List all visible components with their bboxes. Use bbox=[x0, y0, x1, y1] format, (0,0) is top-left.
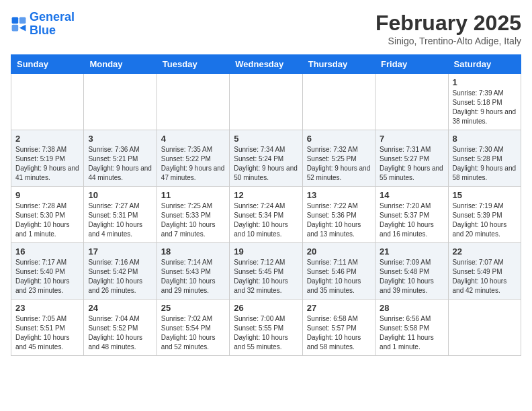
day-info: Sunrise: 7:07 AM Sunset: 5:49 PM Dayligh… bbox=[453, 258, 517, 295]
day-info: Sunrise: 7:02 AM Sunset: 5:54 PM Dayligh… bbox=[161, 314, 225, 352]
table-row bbox=[157, 74, 229, 130]
header-friday: Friday bbox=[375, 55, 448, 74]
day-number: 8 bbox=[453, 134, 517, 144]
day-info: Sunrise: 7:36 AM Sunset: 5:21 PM Dayligh… bbox=[88, 145, 152, 183]
day-number: 21 bbox=[380, 246, 443, 257]
page-header: General Blue February 2025 Sinigo, Trent… bbox=[11, 11, 521, 46]
day-info: Sunrise: 7:34 AM Sunset: 5:24 PM Dayligh… bbox=[234, 145, 298, 183]
svg-rect-1 bbox=[19, 17, 26, 24]
table-row bbox=[230, 74, 302, 130]
day-info: Sunrise: 7:22 AM Sunset: 5:36 PM Dayligh… bbox=[307, 201, 371, 239]
day-info: Sunrise: 7:35 AM Sunset: 5:22 PM Dayligh… bbox=[161, 145, 225, 183]
location-subtitle: Sinigo, Trentino-Alto Adige, Italy bbox=[375, 36, 521, 46]
table-row: 13Sunrise: 7:22 AM Sunset: 5:36 PM Dayli… bbox=[302, 187, 375, 243]
calendar-week-row: 9Sunrise: 7:28 AM Sunset: 5:30 PM Daylig… bbox=[11, 187, 521, 243]
table-row: 3Sunrise: 7:36 AM Sunset: 5:21 PM Daylig… bbox=[84, 130, 157, 187]
day-number: 17 bbox=[88, 246, 152, 257]
calendar-week-row: 23Sunrise: 7:05 AM Sunset: 5:51 PM Dayli… bbox=[11, 300, 521, 356]
day-number: 18 bbox=[161, 246, 225, 257]
header-tuesday: Tuesday bbox=[157, 55, 229, 74]
day-number: 2 bbox=[15, 134, 79, 144]
table-row: 18Sunrise: 7:14 AM Sunset: 5:43 PM Dayli… bbox=[157, 243, 229, 300]
calendar-week-row: 16Sunrise: 7:17 AM Sunset: 5:40 PM Dayli… bbox=[11, 243, 521, 300]
day-number: 20 bbox=[307, 246, 371, 257]
day-number: 14 bbox=[380, 190, 443, 200]
month-title: February 2025 bbox=[375, 11, 521, 36]
table-row: 17Sunrise: 7:16 AM Sunset: 5:42 PM Dayli… bbox=[84, 243, 157, 300]
table-row: 11Sunrise: 7:25 AM Sunset: 5:33 PM Dayli… bbox=[157, 187, 229, 243]
table-row: 19Sunrise: 7:12 AM Sunset: 5:45 PM Dayli… bbox=[230, 243, 302, 300]
day-info: Sunrise: 7:17 AM Sunset: 5:40 PM Dayligh… bbox=[15, 258, 79, 295]
header-thursday: Thursday bbox=[302, 55, 375, 74]
day-info: Sunrise: 7:20 AM Sunset: 5:37 PM Dayligh… bbox=[380, 201, 443, 239]
day-number: 28 bbox=[380, 303, 443, 313]
header-wednesday: Wednesday bbox=[230, 55, 302, 74]
table-row bbox=[11, 74, 84, 130]
day-number: 3 bbox=[88, 134, 152, 144]
day-number: 9 bbox=[15, 190, 79, 200]
table-row: 20Sunrise: 7:11 AM Sunset: 5:46 PM Dayli… bbox=[302, 243, 375, 300]
logo-icon bbox=[11, 16, 27, 32]
table-row bbox=[84, 74, 157, 130]
day-info: Sunrise: 7:38 AM Sunset: 5:19 PM Dayligh… bbox=[15, 145, 79, 183]
day-number: 19 bbox=[234, 246, 298, 257]
day-info: Sunrise: 7:16 AM Sunset: 5:42 PM Dayligh… bbox=[88, 258, 152, 295]
day-info: Sunrise: 7:19 AM Sunset: 5:39 PM Dayligh… bbox=[453, 201, 517, 239]
table-row: 6Sunrise: 7:32 AM Sunset: 5:25 PM Daylig… bbox=[302, 130, 375, 187]
day-info: Sunrise: 7:24 AM Sunset: 5:34 PM Dayligh… bbox=[234, 201, 298, 239]
day-info: Sunrise: 7:14 AM Sunset: 5:43 PM Dayligh… bbox=[161, 258, 225, 295]
table-row: 27Sunrise: 6:58 AM Sunset: 5:57 PM Dayli… bbox=[302, 300, 375, 356]
calendar-week-row: 1Sunrise: 7:39 AM Sunset: 5:18 PM Daylig… bbox=[11, 74, 521, 130]
header-saturday: Saturday bbox=[448, 55, 521, 74]
table-row: 12Sunrise: 7:24 AM Sunset: 5:34 PM Dayli… bbox=[230, 187, 302, 243]
day-info: Sunrise: 7:28 AM Sunset: 5:30 PM Dayligh… bbox=[15, 201, 79, 239]
table-row: 4Sunrise: 7:35 AM Sunset: 5:22 PM Daylig… bbox=[157, 130, 229, 187]
day-number: 12 bbox=[234, 190, 298, 200]
day-number: 23 bbox=[15, 303, 79, 313]
day-number: 7 bbox=[380, 134, 443, 144]
logo: General Blue bbox=[11, 11, 75, 38]
title-block: February 2025 Sinigo, Trentino-Alto Adig… bbox=[375, 11, 521, 46]
day-number: 6 bbox=[307, 134, 371, 144]
table-row bbox=[448, 300, 521, 356]
day-info: Sunrise: 7:30 AM Sunset: 5:28 PM Dayligh… bbox=[453, 145, 517, 183]
day-info: Sunrise: 7:25 AM Sunset: 5:33 PM Dayligh… bbox=[161, 201, 225, 239]
table-row: 7Sunrise: 7:31 AM Sunset: 5:27 PM Daylig… bbox=[375, 130, 448, 187]
day-info: Sunrise: 6:58 AM Sunset: 5:57 PM Dayligh… bbox=[307, 314, 371, 352]
day-info: Sunrise: 7:31 AM Sunset: 5:27 PM Dayligh… bbox=[380, 145, 443, 183]
header-monday: Monday bbox=[84, 55, 157, 74]
table-row: 9Sunrise: 7:28 AM Sunset: 5:30 PM Daylig… bbox=[11, 187, 84, 243]
table-row bbox=[302, 74, 375, 130]
day-number: 1 bbox=[453, 77, 517, 87]
table-row: 14Sunrise: 7:20 AM Sunset: 5:37 PM Dayli… bbox=[375, 187, 448, 243]
day-number: 16 bbox=[15, 246, 79, 257]
day-info: Sunrise: 7:32 AM Sunset: 5:25 PM Dayligh… bbox=[307, 145, 371, 183]
svg-rect-0 bbox=[12, 17, 19, 24]
day-info: Sunrise: 7:11 AM Sunset: 5:46 PM Dayligh… bbox=[307, 258, 371, 295]
day-number: 25 bbox=[161, 303, 225, 313]
table-row: 21Sunrise: 7:09 AM Sunset: 5:48 PM Dayli… bbox=[375, 243, 448, 300]
table-row: 1Sunrise: 7:39 AM Sunset: 5:18 PM Daylig… bbox=[448, 74, 521, 130]
day-number: 4 bbox=[161, 134, 225, 144]
calendar-week-row: 2Sunrise: 7:38 AM Sunset: 5:19 PM Daylig… bbox=[11, 130, 521, 187]
table-row: 24Sunrise: 7:04 AM Sunset: 5:52 PM Dayli… bbox=[84, 300, 157, 356]
day-info: Sunrise: 7:04 AM Sunset: 5:52 PM Dayligh… bbox=[88, 314, 152, 352]
day-number: 27 bbox=[307, 303, 371, 313]
table-row: 26Sunrise: 7:00 AM Sunset: 5:55 PM Dayli… bbox=[230, 300, 302, 356]
day-number: 22 bbox=[453, 246, 517, 257]
calendar-table: Sunday Monday Tuesday Wednesday Thursday… bbox=[11, 54, 521, 356]
table-row: 8Sunrise: 7:30 AM Sunset: 5:28 PM Daylig… bbox=[448, 130, 521, 187]
svg-marker-3 bbox=[19, 25, 26, 32]
table-row: 5Sunrise: 7:34 AM Sunset: 5:24 PM Daylig… bbox=[230, 130, 302, 187]
day-number: 24 bbox=[88, 303, 152, 313]
day-number: 15 bbox=[453, 190, 517, 200]
table-row: 2Sunrise: 7:38 AM Sunset: 5:19 PM Daylig… bbox=[11, 130, 84, 187]
day-number: 13 bbox=[307, 190, 371, 200]
table-row: 23Sunrise: 7:05 AM Sunset: 5:51 PM Dayli… bbox=[11, 300, 84, 356]
header-sunday: Sunday bbox=[11, 55, 84, 74]
day-info: Sunrise: 7:09 AM Sunset: 5:48 PM Dayligh… bbox=[380, 258, 443, 295]
table-row: 10Sunrise: 7:27 AM Sunset: 5:31 PM Dayli… bbox=[84, 187, 157, 243]
day-info: Sunrise: 7:39 AM Sunset: 5:18 PM Dayligh… bbox=[453, 89, 517, 126]
day-info: Sunrise: 7:05 AM Sunset: 5:51 PM Dayligh… bbox=[15, 314, 79, 352]
logo-text: General Blue bbox=[30, 11, 75, 38]
